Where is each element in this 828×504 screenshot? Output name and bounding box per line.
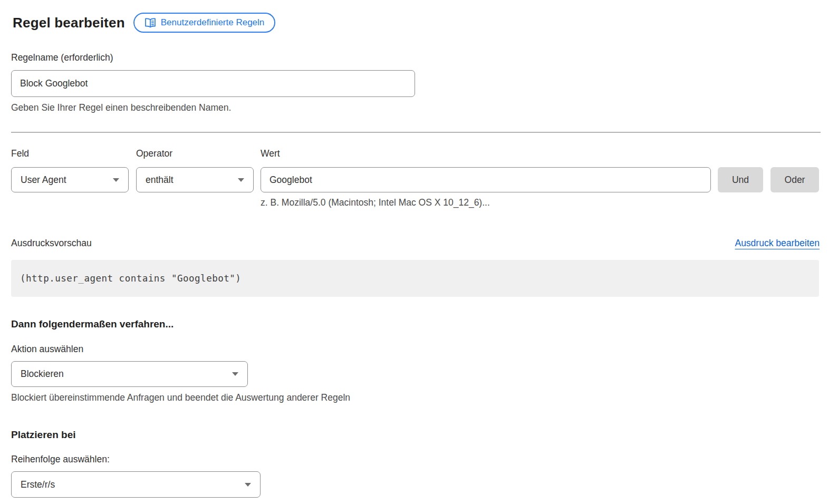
operator-label: Operator <box>136 148 254 159</box>
value-help-text: z. B. Mozilla/5.0 (Macintosh; Intel Mac … <box>261 197 711 208</box>
expression-preview-box: (http.user_agent contains "Googlebot") <box>11 260 819 297</box>
open-book-icon <box>145 18 156 28</box>
and-button[interactable]: Und <box>718 167 763 192</box>
custom-rules-docs-button-label: Benutzerdefinierte Regeln <box>161 17 265 28</box>
field-select-value: User Agent <box>21 175 66 186</box>
section-divider <box>11 132 821 133</box>
chevron-down-icon <box>232 372 238 376</box>
action-section-heading: Dann folgendermaßen verfahren... <box>11 318 819 330</box>
action-select-value: Blockieren <box>21 369 64 380</box>
action-help-text: Blockiert übereinstimmende Anfragen und … <box>11 392 819 403</box>
condition-builder-row: Feld User Agent Operator enthält Wert z.… <box>11 148 819 208</box>
condition-value-column: Wert z. B. Mozilla/5.0 (Macintosh; Intel… <box>261 148 711 208</box>
rule-name-input[interactable] <box>11 70 415 97</box>
order-select-value: Erste/r/s <box>21 479 55 490</box>
page-header: Regel bearbeiten Benutzerdefinierte Rege… <box>13 13 819 33</box>
expression-code: (http.user_agent contains "Googlebot") <box>20 273 241 284</box>
chevron-down-icon <box>238 178 244 182</box>
chevron-down-icon <box>245 483 251 487</box>
action-section: Dann folgendermaßen verfahren... Aktion … <box>11 318 819 403</box>
value-label: Wert <box>261 148 711 159</box>
action-select-label: Aktion auswählen <box>11 344 819 355</box>
edit-expression-link[interactable]: Ausdruck bearbeiten <box>735 238 820 249</box>
placement-section-heading: Platzieren bei <box>11 429 819 441</box>
field-select[interactable]: User Agent <box>11 167 129 192</box>
order-select-label: Reihenfolge auswählen: <box>11 454 819 465</box>
condition-operator-column: Operator enthält <box>136 148 254 208</box>
expression-preview-header: Ausdrucksvorschau Ausdruck bearbeiten <box>11 238 820 249</box>
rule-name-section: Regelname (erforderlich) Geben Sie Ihrer… <box>11 52 819 113</box>
page-title: Regel bearbeiten <box>13 15 125 31</box>
rule-name-help-text: Geben Sie Ihrer Regel einen beschreibend… <box>11 102 819 113</box>
or-button[interactable]: Oder <box>771 167 819 192</box>
rule-name-label: Regelname (erforderlich) <box>11 52 113 63</box>
placement-section: Platzieren bei Reihenfolge auswählen: Er… <box>11 429 819 498</box>
edit-rule-page: Regel bearbeiten Benutzerdefinierte Rege… <box>0 0 828 504</box>
action-select[interactable]: Blockieren <box>11 361 248 387</box>
field-label: Feld <box>11 148 129 159</box>
chevron-down-icon <box>113 178 119 182</box>
operator-select[interactable]: enthält <box>136 167 254 192</box>
order-select[interactable]: Erste/r/s <box>11 471 261 498</box>
value-input[interactable] <box>261 167 711 192</box>
operator-select-value: enthält <box>146 175 174 186</box>
custom-rules-docs-button[interactable]: Benutzerdefinierte Regeln <box>133 13 276 33</box>
condition-field-column: Feld User Agent <box>11 148 129 208</box>
expression-preview-label: Ausdrucksvorschau <box>11 238 92 249</box>
